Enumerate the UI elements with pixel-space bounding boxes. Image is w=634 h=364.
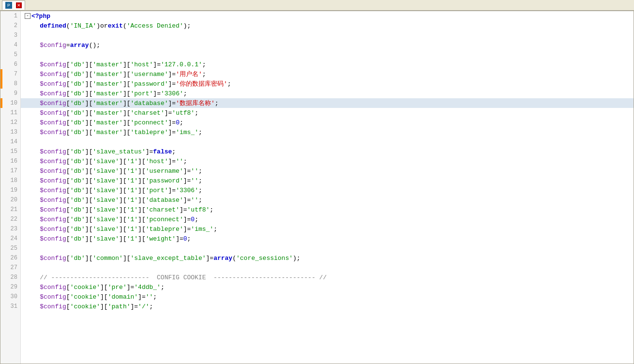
code-line-16: $config['db']['slave']['1']['host'] = ''… [21, 156, 634, 166]
code-line-15: $config['db']['slave_status'] = false; [21, 147, 634, 156]
line-number-15: 15 [0, 147, 20, 156]
code-line-11: $config['db']['master']['charset'] = 'ut… [21, 108, 634, 118]
code-line-1: -<?php [21, 11, 634, 21]
line-number-10: 10 [0, 98, 20, 108]
tab-close-button[interactable]: ✕ [16, 2, 22, 8]
line-number-14: 14 [0, 137, 20, 147]
line-number-13: 13 [0, 127, 20, 137]
line-number-25: 25 [0, 243, 20, 253]
code-line-5 [21, 50, 634, 60]
line-number-28: 28 [0, 273, 20, 282]
line-number-3: 3 [0, 30, 20, 40]
line-number-2: 2 [0, 21, 20, 30]
line-number-26: 26 [0, 253, 20, 263]
code-line-22: $config['db']['slave']['1']['pconnect'] … [21, 214, 634, 224]
code-line-13: $config['db']['master']['tablepre'] = 'i… [21, 127, 634, 137]
file-tab[interactable]: P ✕ [2, 0, 25, 10]
line-number-23: 23 [0, 224, 20, 234]
code-lines: -<?php defined('IN_IA') or exit('Access … [21, 11, 634, 364]
code-line-10: $config['db']['master']['database'] = '数… [21, 98, 634, 108]
code-line-19: $config['db']['slave']['1']['port'] = '3… [21, 185, 634, 195]
line-number-22: 22 [0, 214, 20, 224]
code-line-20: $config['db']['slave']['1']['database'] … [21, 195, 634, 205]
code-area[interactable]: 1234567891011121314151617181920212223242… [0, 11, 634, 364]
code-line-18: $config['db']['slave']['1']['password'] … [21, 176, 634, 185]
line-number-6: 6 [0, 60, 20, 69]
code-line-17: $config['db']['slave']['1']['username'] … [21, 166, 634, 176]
php-icon: P [5, 2, 12, 9]
line-number-31: 31 [0, 302, 20, 311]
line-number-7: 7 [0, 69, 20, 79]
code-line-27 [21, 263, 634, 273]
code-line-29: $config['cookie']['pre'] = '4ddb_'; [21, 282, 634, 292]
line-number-4: 4 [0, 40, 20, 50]
code-line-30: $config['cookie']['domain'] = ''; [21, 292, 634, 302]
code-line-25 [21, 243, 634, 253]
line-number-16: 16 [0, 156, 20, 166]
line-number-29: 29 [0, 282, 20, 292]
code-line-2: defined('IN_IA') or exit('Access Denied'… [21, 21, 634, 30]
code-line-24: $config['db']['slave']['1']['weight'] = … [21, 234, 634, 243]
line-number-9: 9 [0, 89, 20, 98]
code-line-26: $config['db']['common']['slave_except_ta… [21, 253, 634, 263]
line-number-30: 30 [0, 292, 20, 302]
code-line-28: // -------------------------- CONFIG COO… [21, 273, 634, 282]
code-line-4: $config = array(); [21, 40, 634, 50]
code-line-31: $config['cookie']['path'] = '/'; [21, 302, 634, 311]
code-editor: 1234567891011121314151617181920212223242… [0, 11, 634, 364]
code-line-23: $config['db']['slave']['1']['tablepre'] … [21, 224, 634, 234]
line-number-18: 18 [0, 176, 20, 185]
line-number-24: 24 [0, 234, 20, 243]
line-number-20: 20 [0, 195, 20, 205]
line-number-27: 27 [0, 263, 20, 273]
code-line-7: $config['db']['master']['username'] = '用… [21, 69, 634, 79]
code-line-21: $config['db']['slave']['1']['charset'] =… [21, 205, 634, 214]
line-number-8: 8 [0, 79, 20, 89]
line-number-12: 12 [0, 118, 20, 127]
title-bar: P ✕ [0, 0, 634, 11]
line-numbers: 1234567891011121314151617181920212223242… [0, 11, 21, 364]
line-number-11: 11 [0, 108, 20, 118]
code-line-8: $config['db']['master']['password'] = '你… [21, 79, 634, 89]
line-number-1: 1 [0, 11, 20, 21]
code-line-12: $config['db']['master']['pconnect'] = 0; [21, 118, 634, 127]
line-number-5: 5 [0, 50, 20, 60]
code-line-6: $config['db']['master']['host'] = '127.0… [21, 60, 634, 69]
line-number-17: 17 [0, 166, 20, 176]
line-number-19: 19 [0, 185, 20, 195]
code-line-14 [21, 137, 634, 147]
code-line-9: $config['db']['master']['port'] = '3306'… [21, 89, 634, 98]
code-line-3 [21, 30, 634, 40]
collapse-icon[interactable]: - [25, 13, 30, 19]
line-number-21: 21 [0, 205, 20, 214]
